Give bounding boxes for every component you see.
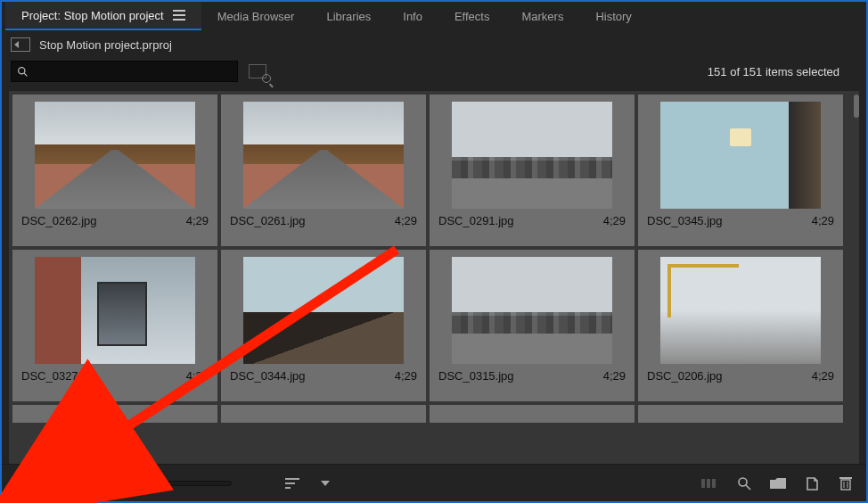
- tab-history[interactable]: History: [579, 2, 647, 30]
- search-row: 151 of 151 items selected: [2, 55, 866, 91]
- freeform-view-button[interactable]: [109, 474, 128, 493]
- tab-effects[interactable]: Effects: [438, 2, 506, 30]
- svg-rect-6: [45, 488, 48, 490]
- clip-duration: 4;29: [603, 369, 626, 383]
- tab-markers[interactable]: Markers: [505, 2, 579, 30]
- svg-rect-8: [80, 478, 93, 489]
- svg-rect-11: [285, 478, 299, 480]
- panel-menu-icon[interactable]: [173, 10, 185, 21]
- thumbnail-cell[interactable]: [430, 405, 635, 423]
- panel-tabs: Project: Stop Motion project Media Brows…: [2, 2, 866, 30]
- clip-name: DSC_0344.jpg: [230, 369, 306, 383]
- svg-rect-20: [839, 477, 852, 479]
- clip-duration: 4;29: [603, 214, 626, 227]
- tab-info[interactable]: Info: [387, 2, 438, 30]
- automate-to-sequence-icon[interactable]: [700, 474, 720, 493]
- tab-label: History: [595, 10, 631, 23]
- thumbnail-image: [660, 102, 821, 209]
- thumbnail-image: [660, 257, 821, 364]
- thumbnail-image: [35, 102, 195, 209]
- svg-point-17: [739, 478, 747, 486]
- clip-duration: 4;29: [395, 369, 417, 383]
- svg-rect-10: [116, 482, 124, 488]
- tab-project[interactable]: Project: Stop Motion project: [5, 2, 201, 30]
- thumbnail-cell[interactable]: [221, 405, 426, 423]
- tab-libraries[interactable]: Libraries: [310, 2, 387, 30]
- search-input[interactable]: [11, 61, 238, 82]
- thumbnail-cell[interactable]: [12, 405, 217, 423]
- svg-rect-14: [701, 479, 705, 488]
- thumbnail-cell[interactable]: DSC_0291.jpg4;29: [430, 95, 635, 246]
- svg-line-18: [746, 485, 750, 490]
- thumbnail-image: [35, 257, 195, 364]
- thumbnail-cell[interactable]: DSC_0315.jpg4;29: [430, 250, 635, 401]
- project-panel: Project: Stop Motion project Media Brows…: [0, 0, 868, 503]
- clip-name: DSC_0262.jpg: [21, 214, 97, 227]
- thumbnail-cell[interactable]: DSC_0344.jpg4;29: [221, 250, 426, 401]
- thumbnail-cell[interactable]: DSC_0261.jpg4;29: [221, 95, 426, 246]
- clip-duration: 4;29: [186, 214, 209, 227]
- project-icon: [11, 37, 30, 52]
- clip-name: DSC_0291.jpg: [438, 214, 514, 227]
- write-toggle-icon[interactable]: [12, 474, 32, 493]
- search-field[interactable]: [34, 65, 232, 78]
- sort-dropdown-icon[interactable]: [315, 474, 335, 493]
- thumbnail-cell[interactable]: DSC_0345.jpg4;29: [638, 95, 843, 246]
- zoom-min-icon: [141, 479, 150, 488]
- search-icon: [17, 66, 29, 78]
- new-bin-icon[interactable]: [768, 474, 788, 493]
- annotation-circle: [37, 441, 86, 489]
- new-search-bin-icon[interactable]: [249, 64, 266, 78]
- project-file-row: Stop Motion project.prproj: [2, 30, 866, 55]
- thumbnail-cell[interactable]: [638, 405, 843, 423]
- thumbnail-image: [243, 102, 404, 209]
- find-icon[interactable]: [734, 474, 754, 493]
- svg-rect-16: [712, 479, 716, 488]
- thumbnail-cell[interactable]: DSC_0327.jpg4;29: [12, 250, 217, 401]
- svg-rect-12: [285, 482, 295, 484]
- clip-name: DSC_0261.jpg: [230, 214, 306, 227]
- clip-duration: 4;29: [186, 369, 209, 383]
- new-item-icon[interactable]: [802, 474, 822, 493]
- clip-duration: 4;29: [812, 214, 834, 227]
- thumbnail-image: [243, 257, 404, 364]
- svg-rect-19: [841, 480, 850, 490]
- tab-label: Libraries: [326, 10, 371, 23]
- browser-area: DSC_0262.jpg4;29DSC_0261.jpg4;29DSC_0291…: [2, 91, 866, 464]
- sort-button[interactable]: [283, 474, 303, 493]
- thumbnail-cell[interactable]: DSC_0262.jpg4;29: [12, 95, 217, 246]
- thumbnail-image: [452, 257, 612, 364]
- clip-name: DSC_0315.jpg: [438, 369, 514, 383]
- svg-line-1: [24, 73, 27, 76]
- svg-rect-15: [707, 479, 710, 488]
- svg-rect-13: [285, 487, 291, 489]
- tab-label: Effects: [454, 10, 490, 23]
- zoom-slider[interactable]: [141, 474, 232, 493]
- clip-name: DSC_0206.jpg: [647, 369, 723, 383]
- thumbnail-cell[interactable]: DSC_0206.jpg4;29: [638, 250, 843, 401]
- tab-media-browser[interactable]: Media Browser: [201, 2, 311, 30]
- thumbnail-grid[interactable]: DSC_0262.jpg4;29DSC_0261.jpg4;29DSC_0291…: [9, 91, 859, 464]
- selection-count: 151 of 151 items selected: [708, 65, 839, 78]
- delete-icon[interactable]: [836, 474, 856, 493]
- clip-name: DSC_0345.jpg: [647, 214, 723, 227]
- panel-footer: [2, 464, 866, 501]
- project-file-name: Stop Motion project.prproj: [39, 38, 172, 52]
- thumbnail-image: [452, 102, 612, 209]
- clip-name: DSC_0327.jpg: [21, 369, 97, 383]
- svg-point-0: [19, 67, 25, 73]
- tab-label: Info: [403, 10, 422, 23]
- clip-duration: 4;29: [395, 214, 417, 227]
- tab-label: Project: Stop Motion project: [21, 9, 164, 22]
- tab-label: Markers: [521, 10, 563, 23]
- scrollbar[interactable]: [854, 95, 859, 118]
- tab-label: Media Browser: [217, 10, 295, 23]
- clip-duration: 4;29: [812, 369, 834, 383]
